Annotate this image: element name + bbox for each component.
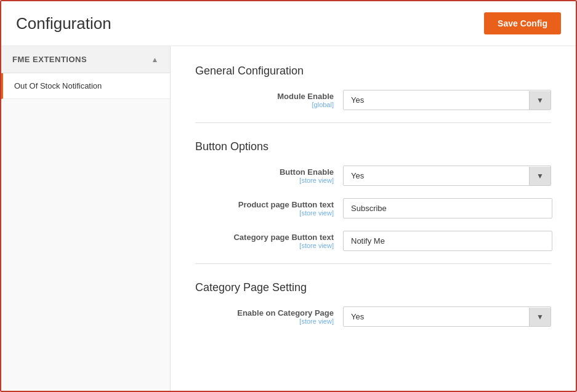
select-module-enable-value: Yes [344,90,529,110]
input-category-page-button-text[interactable] [343,231,552,251]
select-button-enable[interactable]: Yes ▼ [343,166,551,186]
chevron-up-icon: ▲ [151,55,159,64]
select-button-enable-arrow[interactable]: ▼ [529,167,551,185]
form-row-category-page-button-text: Category page Button text [store view] [195,231,551,251]
form-row-enable-category-page: Enable on Category Page [store view] Yes… [195,306,551,327]
sidebar-group-fme-extensions[interactable]: FME EXTENTIONS ▲ [1,46,170,73]
sidebar-item-label: Out Of Stock Notification [14,81,102,90]
input-product-page-button-text[interactable] [343,198,552,218]
label-enable-category-page: Enable on Category Page [store view] [195,308,343,325]
section-button-options: Button Options Button Enable [store view… [195,140,551,264]
save-config-button[interactable]: Save Config [484,12,561,34]
section-general-title: General Configuration [195,65,551,78]
sidebar: FME EXTENTIONS ▲ Out Of Stock Notificati… [1,46,171,391]
control-category-page-button-text [343,231,552,251]
label-product-page-button-text: Product page Button text [store view] [195,200,343,217]
section-category-title: Category Page Setting [195,281,551,294]
label-category-page-button-text: Category page Button text [store view] [195,233,343,249]
divider-button-options [195,263,551,264]
control-enable-category-page: Yes ▼ [343,306,551,327]
select-enable-category-page[interactable]: Yes ▼ [343,306,551,327]
control-module-enable: Yes ▼ [343,90,551,110]
control-product-page-button-text [343,198,552,218]
page-header: Configuration Save Config [1,1,576,46]
section-category-page-setting: Category Page Setting Enable on Category… [195,281,551,327]
select-module-enable-arrow[interactable]: ▼ [529,91,551,110]
sidebar-group-label: FME EXTENTIONS [12,55,87,64]
label-button-enable: Button Enable [store view] [195,167,343,184]
form-row-product-page-button-text: Product page Button text [store view] [195,198,551,218]
sidebar-item-out-of-stock[interactable]: Out Of Stock Notification [1,73,170,99]
select-enable-category-page-value: Yes [344,307,529,326]
section-general-configuration: General Configuration Module Enable [glo… [195,65,551,123]
control-button-enable: Yes ▼ [343,166,551,186]
main-content: General Configuration Module Enable [glo… [171,46,576,391]
main-container: Configuration Save Config FME EXTENTIONS… [0,0,577,392]
page-title: Configuration [16,14,111,33]
section-button-title: Button Options [195,140,551,153]
form-row-button-enable: Button Enable [store view] Yes ▼ [195,166,551,186]
select-button-enable-value: Yes [344,166,529,185]
form-row-module-enable: Module Enable [global] Yes ▼ [195,90,551,110]
divider-general [195,122,551,123]
label-module-enable: Module Enable [global] [195,92,343,108]
select-enable-category-page-arrow[interactable]: ▼ [529,308,551,326]
select-module-enable[interactable]: Yes ▼ [343,90,551,110]
content-area: FME EXTENTIONS ▲ Out Of Stock Notificati… [1,46,576,391]
